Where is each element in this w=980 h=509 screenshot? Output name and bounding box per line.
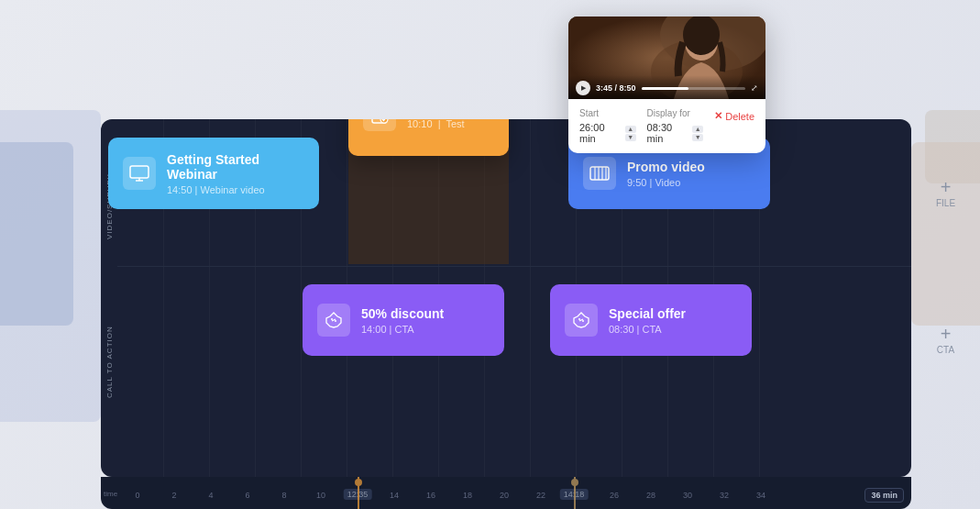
play-button[interactable]: ▶ [576,81,590,95]
svg-rect-0 [130,166,149,178]
tick-20: 20 [500,491,509,500]
add-cta-button[interactable]: + CTA [911,266,980,413]
side-block-left-inner [0,142,73,326]
tick-16: 16 [426,491,435,500]
svg-point-8 [331,318,333,320]
playhead-end [574,477,576,509]
start-value-text: 26:00 min [579,122,622,144]
popup-display-field: Display for 08:30 min ▲ ▼ [647,108,704,144]
tick-14: 14 [390,491,399,500]
timeline-item-webinar[interactable]: Getting Started Webinar 14:50 | Webinar … [108,138,319,209]
display-stepper[interactable]: ▲ ▼ [692,126,703,141]
add-cta-label: CTA [937,345,954,355]
special-icon [565,304,598,337]
display-stepper-up[interactable]: ▲ [692,126,703,133]
discount-meta: 14:00 | CTA [361,324,444,335]
timeline-area: VIDEO/SURVEY CALL TO ACTION Getting Star… [101,119,911,477]
add-file-button[interactable]: + FILE [911,119,980,266]
start-stepper-up[interactable]: ▲ [625,126,636,133]
survey-meta: 10:10 | Test [407,119,471,129]
tick-18: 18 [463,491,472,500]
tick-2: 2 [171,491,176,500]
survey-text: My Survey 10:10 | Test [407,119,471,129]
tick-10: 10 [316,491,325,500]
main-container: VIDEO/SURVEY CALL TO ACTION Getting Star… [0,0,980,509]
start-label: Start [579,108,636,118]
start-stepper[interactable]: ▲ ▼ [625,126,636,141]
row-divider [117,266,911,267]
add-file-label: FILE [936,198,955,208]
label-call-to-action: CALL TO ACTION [101,303,117,422]
tick-26: 26 [610,491,619,500]
video-controls: ▶ 3:45 / 8:50 ⤢ [568,75,765,99]
tick-4: 4 [208,491,213,500]
display-value-text: 08:30 min [647,122,689,144]
display-label: Display for [647,108,704,118]
tick-34: 34 [756,491,765,500]
webinar-text: Getting Started Webinar 14:50 | Webinar … [167,152,304,195]
svg-point-11 [582,320,584,322]
display-value: 08:30 min ▲ ▼ [647,122,704,144]
video-progress-fill [642,87,688,90]
add-cta-plus: + [941,325,952,343]
start-value: 26:00 min ▲ ▼ [579,122,636,144]
start-stepper-down[interactable]: ▼ [625,134,636,141]
delete-label: Delete [725,111,754,122]
webinar-meta: 14:50 | Webinar video [167,184,304,195]
tick-32: 32 [720,491,729,500]
promo-title: Promo video [627,160,705,174]
video-time-display: 3:45 / 8:50 [596,83,636,93]
tick-30: 30 [683,491,692,500]
video-popup: ▶ 3:45 / 8:50 ⤢ Start 26:00 min ▲ [568,17,765,153]
tick-22: 22 [536,491,545,500]
popup-row: Start 26:00 min ▲ ▼ Display for 08:30 mi… [579,108,754,144]
promo-meta: 9:50 | Video [627,177,705,188]
timeline-item-survey[interactable]: My Survey 10:10 | Test [348,119,509,156]
video-thumbnail: ▶ 3:45 / 8:50 ⤢ [568,17,765,99]
discount-icon [317,304,350,337]
tick-8: 8 [281,491,286,500]
svg-point-9 [335,320,336,322]
playhead-start [358,477,359,509]
fullscreen-icon[interactable]: ⤢ [751,83,758,93]
svg-point-10 [578,318,580,320]
delete-button[interactable]: ✕ Delete [714,110,754,122]
time-badge-end: 36 min [864,488,904,503]
tick-6: 6 [245,491,249,500]
tick-28: 28 [646,491,655,500]
delete-x-icon: ✕ [714,110,722,122]
webinar-icon [123,157,156,190]
special-text: Special offer 08:30 | CTA [609,306,686,335]
special-meta: 08:30 | CTA [609,324,686,335]
popup-fields: Start 26:00 min ▲ ▼ Display for 08:30 mi… [568,99,765,153]
webinar-title: Getting Started Webinar [167,152,304,182]
discount-title: 50% discount [361,306,444,321]
timeline-ruler: time 0 2 4 6 8 10 12:35 14 16 18 20 22 1… [101,477,911,509]
popup-start-field: Start 26:00 min ▲ ▼ [579,108,636,144]
survey-icon [363,119,396,131]
video-progress-bar[interactable] [642,87,745,90]
time-label: time [104,490,117,498]
special-title: Special offer [609,306,686,321]
promo-icon [583,157,616,190]
promo-text: Promo video 9:50 | Video [627,160,705,188]
timeline-item-discount[interactable]: 50% discount 14:00 | CTA [303,284,504,356]
svg-point-21 [683,17,720,55]
timeline-item-special[interactable]: Special offer 08:30 | CTA [550,284,752,356]
tick-0: 0 [135,491,139,500]
add-file-plus: + [941,178,952,196]
discount-text: 50% discount 14:00 | CTA [361,306,444,335]
display-stepper-down[interactable]: ▼ [692,134,703,141]
